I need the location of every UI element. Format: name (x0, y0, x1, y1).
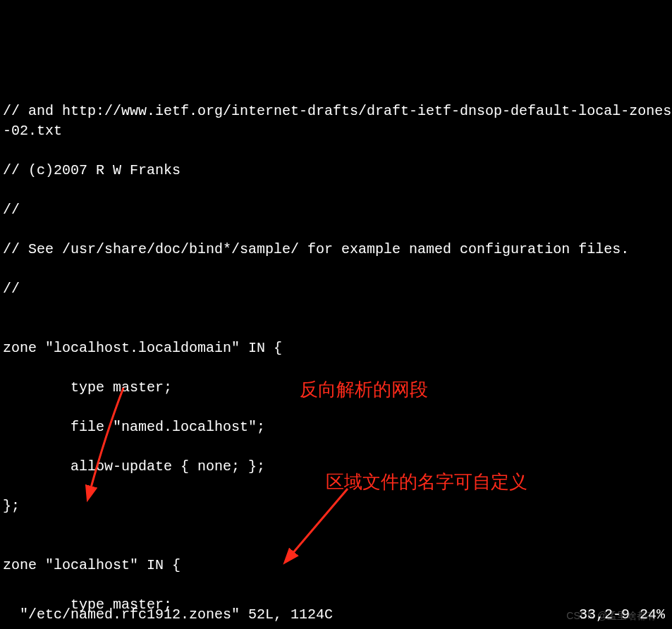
code-line: // (3, 279, 672, 299)
code-line: // (3, 200, 672, 220)
code-line: zone "localhost" IN { (3, 556, 672, 575)
code-line: }; (3, 496, 672, 516)
annotation-reverse-zone: 反向解析的网段 (300, 377, 428, 402)
code-line: zone "localhost.localdomain" IN { (3, 338, 672, 358)
code-line: // and http://www.ietf.org/internet-draf… (3, 102, 672, 141)
code-line: // (c)2007 R W Franks (3, 161, 672, 181)
annotation-zone-file: 区域文件的名字可自定义 (326, 469, 527, 494)
terminal-editor[interactable]: // and http://www.ietf.org/internet-draf… (0, 79, 672, 629)
code-line: file "named.localhost"; (3, 417, 672, 437)
watermark: CSDN @孟里啥都有. (566, 609, 659, 623)
code-line: // See /usr/share/doc/bind*/sample/ for … (3, 240, 672, 259)
status-filename: "/etc/named.rfc1912.zones" 52L, 1124C (20, 606, 333, 623)
